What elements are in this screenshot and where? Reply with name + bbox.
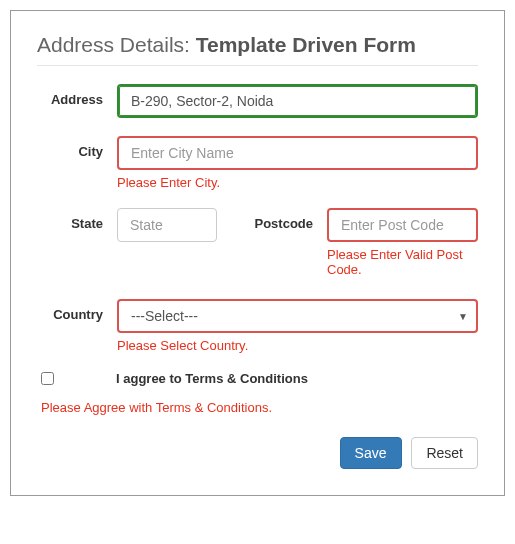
save-button[interactable]: Save bbox=[340, 437, 402, 469]
postcode-input[interactable] bbox=[327, 208, 478, 242]
row-address: Address bbox=[37, 84, 478, 118]
heading-bold: Template Driven Form bbox=[196, 33, 416, 56]
row-country: Country ---Select--- ▼ Please Select Cou… bbox=[37, 299, 478, 353]
heading-prefix: Address Details: bbox=[37, 33, 196, 56]
address-label: Address bbox=[37, 84, 117, 107]
row-city: City Please Enter City. bbox=[37, 136, 478, 190]
reset-button[interactable]: Reset bbox=[411, 437, 478, 469]
row-agree: I aggree to Terms & Conditions bbox=[37, 371, 478, 386]
row-state-postcode: State Postcode Please Enter Valid Post C… bbox=[37, 208, 478, 277]
city-input[interactable] bbox=[117, 136, 478, 170]
agree-checkbox[interactable] bbox=[41, 372, 54, 385]
state-input[interactable] bbox=[117, 208, 217, 242]
agree-label: I aggree to Terms & Conditions bbox=[116, 371, 308, 386]
button-row: Save Reset bbox=[37, 437, 478, 469]
postcode-label: Postcode bbox=[217, 208, 327, 231]
country-label: Country bbox=[37, 299, 117, 322]
country-error: Please Select Country. bbox=[117, 338, 478, 353]
address-input[interactable] bbox=[117, 84, 478, 118]
postcode-error: Please Enter Valid Post Code. bbox=[327, 247, 478, 277]
state-label: State bbox=[37, 208, 117, 231]
city-label: City bbox=[37, 136, 117, 159]
form-panel: Address Details: Template Driven Form Ad… bbox=[10, 10, 505, 496]
page-title: Address Details: Template Driven Form bbox=[37, 33, 478, 66]
city-error: Please Enter City. bbox=[117, 175, 478, 190]
agree-error: Please Aggree with Terms & Conditions. bbox=[41, 400, 478, 415]
country-select[interactable]: ---Select--- bbox=[117, 299, 478, 333]
